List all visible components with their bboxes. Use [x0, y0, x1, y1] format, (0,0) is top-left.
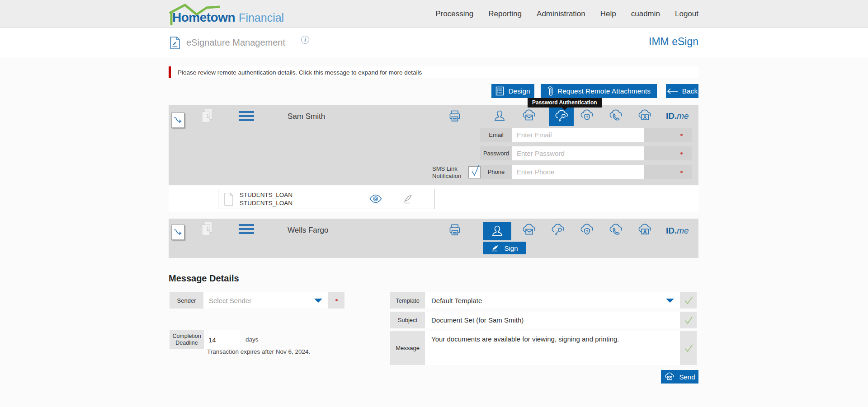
document-count: 1: [204, 226, 212, 232]
nav-administration[interactable]: Administration: [537, 9, 585, 19]
auth-in-person-button[interactable]: [492, 108, 507, 126]
password-field-row: Password: [480, 146, 692, 160]
svg-text:?: ?: [586, 229, 588, 234]
subject-input[interactable]: Document Set (for Sam Smith): [425, 312, 680, 328]
design-button[interactable]: Design: [491, 84, 534, 98]
message-textarea[interactable]: Your documents are available for viewing…: [425, 331, 680, 365]
auth-idme-button[interactable]: ID.me: [666, 111, 689, 121]
cloud-shield-question-icon: ?: [579, 108, 595, 124]
design-doc-icon: [495, 86, 504, 96]
sequence-arrow-icon: [173, 116, 183, 125]
alert-text: Please review remote authentication deta…: [178, 69, 422, 76]
valid-check-icon: [683, 315, 694, 325]
document-name-1: STUDENTS_LOAN: [240, 191, 292, 199]
nav-processing[interactable]: Processing: [435, 9, 473, 19]
esign-screen: Hometown Financial Processing Reporting …: [0, 0, 868, 407]
email-input[interactable]: [512, 128, 644, 142]
eye-icon: [369, 194, 382, 204]
alert-banner[interactable]: Please review remote authentication deta…: [169, 66, 698, 78]
message-label: Message: [390, 331, 425, 365]
password-input[interactable]: [512, 146, 644, 160]
signing-order-button[interactable]: [171, 112, 184, 128]
top-nav-bar: Hometown Financial Processing Reporting …: [0, 0, 868, 28]
document-count: 1: [204, 113, 212, 119]
dropdown-arrow-icon[interactable]: [314, 299, 322, 303]
auth-question-button[interactable]: ?: [579, 222, 595, 240]
checkmark-icon: [468, 163, 482, 178]
sequence-arrow-icon: [173, 228, 183, 237]
nav-username[interactable]: cuadmin: [631, 9, 660, 19]
sms-link-notification-checkbox[interactable]: [468, 166, 481, 178]
back-button[interactable]: Back: [666, 84, 698, 98]
valid-check-icon: [683, 343, 694, 353]
person-icon: [492, 108, 507, 124]
sign-button[interactable]: Sign: [483, 242, 526, 254]
document-item: STUDENTS_LOAN STUDENTS_LOAN: [218, 189, 435, 209]
tooltip-text: Password Authentication: [532, 99, 597, 106]
template-value: Default Template: [431, 297, 482, 304]
document-count-indicator: 1: [200, 221, 214, 238]
auth-email-button[interactable]: [521, 222, 537, 240]
completion-deadline-field: Completion Deadline: [170, 330, 240, 349]
cloud-shield-question-icon: ?: [579, 222, 595, 239]
design-label: Design: [508, 87, 530, 95]
auth-photo-id-button[interactable]: [637, 222, 653, 240]
brand-suffix: Financial: [239, 11, 284, 24]
signer-name: Wells Fargo: [288, 226, 328, 235]
dropdown-arrow-icon[interactable]: [666, 299, 674, 303]
phone-label: Phone: [480, 165, 512, 179]
page-title: eSignature Management: [186, 37, 285, 48]
sender-select[interactable]: Select Sender: [203, 292, 328, 309]
subject-valid-cell: [680, 312, 697, 328]
svg-text:?: ?: [586, 115, 588, 119]
auth-idme-button[interactable]: ID.me: [666, 226, 689, 236]
info-icon[interactable]: i: [301, 36, 309, 44]
template-valid-cell: [680, 292, 697, 309]
auth-question-button[interactable]: ?: [579, 108, 595, 126]
message-value: Your documents are available for viewing…: [431, 335, 619, 344]
signer-row-sam-smith: 1 Sam Smith: [169, 105, 698, 185]
print-button[interactable]: [447, 108, 462, 126]
idme-label-bold: ID.: [666, 111, 677, 121]
auth-call-button[interactable]: [608, 108, 624, 126]
person-icon: [490, 224, 505, 239]
sign-document-button[interactable]: [402, 193, 414, 206]
cloud-phone-icon: [608, 108, 624, 124]
completion-deadline-label: Completion Deadline: [170, 330, 204, 349]
auth-call-button[interactable]: [608, 222, 624, 240]
document-row: STUDENTS_LOAN STUDENTS_LOAN: [169, 186, 698, 212]
required-dot: [680, 171, 683, 173]
nav-logout[interactable]: Logout: [675, 9, 698, 19]
nav-help[interactable]: Help: [600, 9, 616, 19]
sign-label: Sign: [504, 244, 518, 252]
drag-handle-icon[interactable]: [239, 111, 254, 123]
drag-handle-icon[interactable]: [239, 224, 254, 236]
message-details-heading: Message Details: [169, 273, 239, 284]
auth-email-button[interactable]: [521, 108, 537, 126]
send-button[interactable]: Send: [661, 370, 698, 384]
template-label: Template: [390, 292, 425, 309]
auth-photo-id-button[interactable]: [637, 108, 653, 126]
auth-password-button-selected[interactable]: [549, 107, 574, 126]
auth-password-button[interactable]: [550, 222, 566, 240]
send-cloud-email-icon: [664, 372, 675, 382]
sms-link-notification-label: SMS Link Notification: [432, 165, 461, 180]
auth-in-person-button-selected[interactable]: [483, 222, 511, 240]
cloud-id-card-icon: [637, 108, 653, 124]
nav-reporting[interactable]: Reporting: [488, 9, 522, 19]
product-name: IMM eSign: [649, 36, 698, 48]
sign-quill-icon: [491, 244, 500, 252]
document-name-2: STUDENTS_LOAN: [240, 199, 292, 207]
completion-deadline-input[interactable]: [204, 330, 240, 349]
template-select[interactable]: Default Template: [425, 292, 680, 309]
preview-document-button[interactable]: [369, 194, 382, 206]
arrow-left-icon: [667, 88, 678, 94]
request-remote-attachments-button[interactable]: Request Remote Attachments: [541, 84, 657, 98]
signing-order-button[interactable]: [171, 225, 184, 240]
print-button[interactable]: [447, 222, 462, 239]
email-label: Email: [480, 128, 512, 142]
request-remote-attachments-label: Request Remote Attachments: [557, 87, 651, 95]
quill-icon: [402, 193, 414, 204]
subject-label: Subject: [390, 312, 425, 328]
phone-input[interactable]: [512, 165, 644, 179]
